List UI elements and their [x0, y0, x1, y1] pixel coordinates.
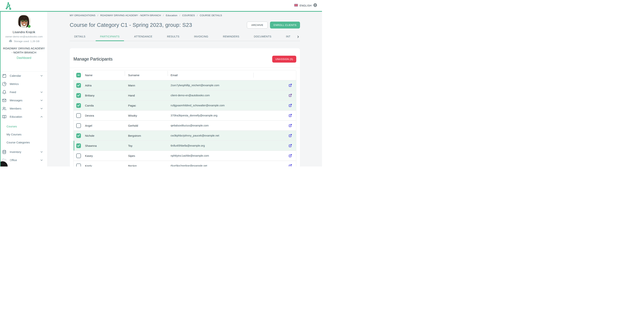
sidebar-item-calendar[interactable]: Calendar — [0, 72, 47, 80]
open-client-icon[interactable] — [289, 114, 292, 117]
sidebar: Lisandra Krajcik owner-demo-en@autobooko… — [0, 12, 48, 166]
sidebar-item-metrics[interactable]: Metrics — [0, 80, 47, 88]
row-checkbox[interactable] — [76, 103, 81, 108]
chevron-down-icon — [40, 74, 43, 77]
cell-surname: Becker — [125, 164, 168, 167]
sidebar-item-feed[interactable]: Feed — [0, 88, 47, 96]
open-client-icon[interactable] — [289, 84, 292, 87]
column-header-surname[interactable]: Surname — [125, 73, 168, 77]
column-header-name[interactable]: Name — [82, 73, 125, 77]
breadcrumb-item[interactable]: COURSES — [182, 14, 195, 17]
open-client-icon[interactable] — [289, 134, 292, 137]
breadcrumb-item[interactable]: Education — [166, 14, 177, 17]
open-client-icon[interactable] — [289, 104, 292, 107]
participants-card: Manage Participants UNASSIGN (5) Name Su… — [70, 48, 300, 166]
row-checkbox[interactable] — [76, 133, 81, 138]
submenu-item-courses[interactable]: Courses — [0, 122, 47, 130]
cell-name: Shawnna — [82, 144, 125, 147]
sidebar-item-label: Feed — [10, 90, 40, 94]
row-checkbox[interactable] — [76, 164, 81, 167]
tab-attendance[interactable]: ATTENDANCE — [130, 35, 157, 41]
open-client-icon[interactable] — [289, 124, 292, 127]
tab-results[interactable]: RESULTS — [162, 35, 184, 41]
row-checkbox[interactable] — [76, 123, 81, 128]
participants-table: Name Surname Email AdriaMann2sxn7ylwsphi… — [74, 70, 296, 166]
cell-surname: Hand — [125, 94, 168, 97]
open-client-icon[interactable] — [289, 164, 292, 166]
cell-name: Adria — [82, 84, 125, 87]
sidebar-item-education[interactable]: Education — [0, 113, 47, 121]
sidebar-menu: CalendarMetricsFeedMessagesMembersEducat… — [0, 71, 47, 167]
archive-button[interactable]: ARCHIVE — [247, 21, 268, 28]
dashboard-link[interactable]: Dashboard — [0, 56, 47, 60]
user-profile: Lisandra Krajcik owner-demo-en@autobooko… — [0, 12, 47, 60]
cell-surname: Toy — [125, 144, 168, 147]
sidebar-item-label: Office — [10, 158, 40, 162]
table-body: AdriaMann2sxn7ylwsphillip_reichert@examp… — [74, 80, 296, 166]
table-row[interactable]: CamilaPagacru9jgxaomhildred_schowalter@e… — [74, 100, 296, 110]
breadcrumb-item[interactable]: ROADWAY DRIVING ACADEMY - NORTH BRANCH — [100, 14, 161, 17]
table-row[interactable]: ShawnnaToy6nllu4i5hbella@example.org — [74, 140, 296, 150]
breadcrumb-separator: / — [98, 14, 98, 17]
open-client-icon[interactable] — [289, 94, 292, 97]
cloud-icon — [8, 39, 12, 43]
open-client-icon[interactable] — [289, 144, 292, 147]
table-row[interactable]: AngelGerholdqe6alsox8lucius@example.com — [74, 120, 296, 130]
sidebar-item-label: Messages — [10, 99, 40, 102]
table-row[interactable]: KaseySipesnph6ytnc1ashlie@example.com — [74, 150, 296, 161]
sidebar-item-label: Inventory — [10, 150, 40, 153]
metrics-icon — [2, 82, 6, 86]
tab-documents[interactable]: DOCUMENTS — [250, 35, 276, 41]
table-row[interactable]: BrittanyHandclient-demo-en@autobooko.com — [74, 90, 296, 100]
cell-name: Nichole — [82, 134, 125, 137]
tab-int[interactable]: INT — [282, 35, 290, 41]
tab-participants[interactable]: PARTICIPANTS — [96, 35, 124, 41]
sidebar-item-members[interactable]: Members — [0, 104, 47, 113]
cell-name: Devora — [82, 114, 125, 117]
row-checkbox[interactable] — [76, 153, 81, 158]
tabs-scroll-right-icon[interactable] — [296, 35, 300, 41]
language-selector[interactable]: ENGLISH — [294, 3, 317, 8]
sidebar-item-inventory[interactable]: Inventory — [0, 148, 47, 156]
table-header-row: Name Surname Email — [74, 70, 296, 80]
table-row[interactable]: KeelyBeckert5ce5kg2eerline@example.net — [74, 161, 296, 166]
cell-email: 6nllu4i5hbella@example.org — [168, 144, 254, 147]
cell-email: 370lra3lqvesta_donnelly@example.org — [168, 114, 254, 117]
cell-surname: Wisoky — [125, 114, 168, 117]
tab-reminders[interactable]: REMINDERS — [218, 35, 244, 41]
avatar[interactable] — [17, 14, 31, 28]
tab-details[interactable]: DETAILS — [70, 35, 90, 41]
column-header-email[interactable]: Email — [168, 73, 254, 77]
table-row[interactable]: NicholeBergstromcw3kphbcrjohnny_paucek@e… — [74, 130, 296, 140]
row-checkbox[interactable] — [76, 143, 81, 148]
card-title: Manage Participants — [74, 57, 112, 62]
row-checkbox[interactable] — [76, 93, 81, 98]
tab-bar: DETAILSPARTICIPANTSATTENDANCERESULTSINVO… — [70, 33, 300, 41]
sidebar-item-office[interactable]: Office — [0, 156, 47, 164]
table-row[interactable]: AdriaMann2sxn7ylwsphillip_reichert@examp… — [74, 80, 296, 90]
breadcrumb-item[interactable]: MY ORGANIZATIONS — [70, 14, 96, 17]
app-logo-icon[interactable] — [5, 1, 13, 10]
tab-invoicing[interactable]: INVOICING — [190, 35, 213, 41]
cell-email: 2sxn7ylwsphillip_reichert@example.com — [168, 84, 254, 87]
chevron-down-icon — [40, 90, 43, 94]
education-submenu: CoursesMy CoursesCourse Categories — [0, 122, 47, 146]
breadcrumb-item[interactable]: COURSE DETAILS — [200, 14, 222, 17]
database-icon — [2, 150, 6, 154]
submenu-item-my-courses[interactable]: My Courses — [0, 130, 47, 138]
cell-name: Camila — [82, 104, 125, 107]
members-icon — [2, 106, 6, 111]
sidebar-item-messages[interactable]: Messages — [0, 96, 47, 104]
cell-surname: Sipes — [125, 154, 168, 157]
open-client-icon[interactable] — [289, 154, 292, 157]
submenu-item-course-categories[interactable]: Course Categories — [0, 138, 47, 146]
unassign-button[interactable]: UNASSIGN (5) — [272, 56, 296, 62]
enroll-clients-button[interactable]: ENROLL CLIENTS — [270, 21, 300, 28]
select-all-checkbox[interactable] — [76, 73, 81, 77]
row-checkbox[interactable] — [76, 83, 81, 88]
breadcrumb-separator: / — [179, 14, 180, 17]
globe-icon — [313, 3, 317, 8]
cell-name: Brittany — [82, 94, 125, 97]
table-row[interactable]: DevoraWisoky370lra3lqvesta_donnelly@exam… — [74, 110, 296, 120]
row-checkbox[interactable] — [76, 113, 81, 118]
